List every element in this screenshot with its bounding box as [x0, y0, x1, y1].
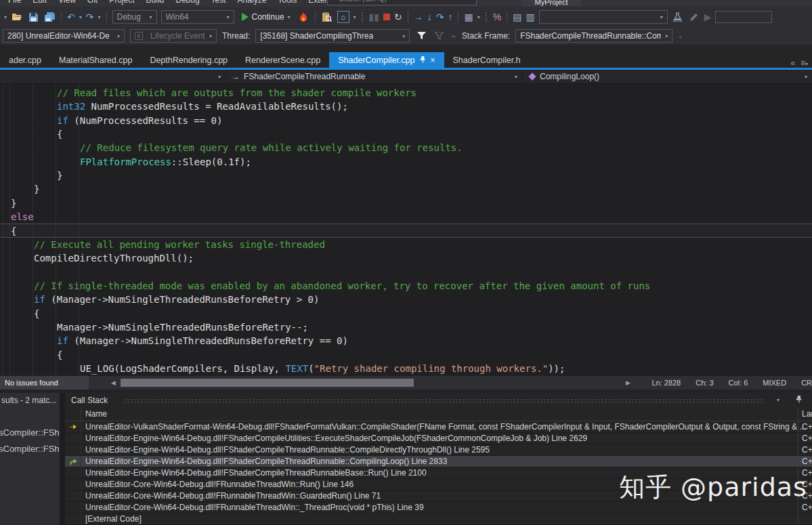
- undo-caret[interactable]: ▾: [79, 14, 82, 20]
- continue-button[interactable]: Continue▾: [238, 12, 293, 22]
- code-line-1[interactable]: // Read files which are outputs from the…: [0, 86, 812, 100]
- call-stack-titlebar[interactable]: Call Stack ▾: [65, 393, 812, 408]
- breakpoints-caret[interactable]: ▾: [477, 14, 480, 20]
- memory-window-icon[interactable]: ▥: [526, 12, 534, 22]
- step-into-icon[interactable]: ↓: [427, 12, 432, 22]
- menu-item-tools[interactable]: Tools: [278, 0, 297, 6]
- show-next-statement-icon[interactable]: →: [414, 12, 423, 22]
- code-line-21[interactable]: UE_LOG(LogShaderCompilers, Display, TEXT…: [0, 362, 812, 375]
- code-line-11[interactable]: {: [0, 224, 812, 237]
- parallel-stacks-icon[interactable]: %: [493, 12, 501, 22]
- call-stack-row-3[interactable]: UnrealEditor-Engine-Win64-Debug.dll!FSha…: [65, 444, 812, 456]
- code-line-16[interactable]: if (Manager->NumSingleThreadedRunsBefore…: [0, 293, 812, 306]
- code-line-19[interactable]: if (Manager->NumSingleThreadedRunsBefore…: [0, 334, 812, 348]
- code-line-5[interactable]: // Reduce filesystem query rate while ac…: [0, 141, 812, 154]
- process-dropdown[interactable]: 280] UnrealEditor-Win64-De▾: [3, 29, 125, 43]
- hscroll-left-arrow[interactable]: ◀: [108, 379, 118, 386]
- tab-shadercompiler.h[interactable]: ShaderCompiler.h: [444, 52, 530, 68]
- open-folder-icon[interactable]: [11, 11, 23, 23]
- code-editor[interactable]: // Read files which are outputs from the…: [0, 84, 812, 376]
- language-column-header[interactable]: Lan: [798, 408, 812, 421]
- code-line-7[interactable]: }: [0, 169, 812, 182]
- code-line-12[interactable]: // Execute all pending worker tasks sing…: [0, 238, 812, 251]
- result-item-1[interactable]: sCompiler::FSh: [0, 425, 60, 441]
- undo-icon[interactable]: ↶: [67, 12, 75, 22]
- step-over-icon[interactable]: ↷: [436, 12, 444, 22]
- result-item-2[interactable]: sCompiler::FSh: [0, 441, 60, 457]
- name-column-header[interactable]: Name: [81, 408, 107, 421]
- call-stack-row-9[interactable]: [External Code]: [65, 513, 812, 525]
- toolbar-search-combo[interactable]: ▾: [539, 10, 668, 24]
- menu-item-project[interactable]: Project: [109, 0, 134, 6]
- toolbar-overflow-caret[interactable]: ▾: [4, 14, 7, 20]
- code-line-8[interactable]: }: [0, 182, 812, 196]
- platform-dropdown[interactable]: Win64▾: [161, 10, 234, 24]
- tab-rendererscene.cpp[interactable]: RendererScene.cpp: [236, 52, 329, 68]
- stop-icon[interactable]: [383, 14, 390, 20]
- redo-caret[interactable]: ▾: [98, 14, 101, 20]
- immediate-window-icon[interactable]: ▤: [513, 12, 521, 22]
- horizontal-scrollbar[interactable]: [118, 376, 624, 390]
- code-line-4[interactable]: {: [0, 127, 812, 141]
- nav-type-dropdown[interactable]: → FShaderCompileThreadRunnable ▾: [226, 70, 522, 83]
- menu-item-analyze[interactable]: Analyze: [238, 0, 267, 6]
- home-frame-icon[interactable]: ⌂: [337, 11, 349, 23]
- menu-item-git[interactable]: Git: [87, 0, 98, 6]
- vertical-splitter[interactable]: [60, 393, 65, 525]
- nav-project-dropdown[interactable]: ▾: [0, 70, 226, 83]
- active-files-dropdown-icon[interactable]: ≡▾: [800, 58, 808, 68]
- save-icon[interactable]: [27, 11, 39, 23]
- test-flask-icon[interactable]: [672, 11, 684, 23]
- tab-shadercompiler.cpp[interactable]: ShaderCompiler.cpp×: [329, 52, 444, 68]
- code-line-2[interactable]: int32 NumProcessedResults = ReadAvailabl…: [0, 100, 812, 113]
- code-line-17[interactable]: {: [0, 307, 812, 320]
- code-line-20[interactable]: {: [0, 348, 812, 362]
- code-line-6[interactable]: FPlatformProcess::Sleep(0.1f);: [0, 155, 812, 169]
- menu-item-debug[interactable]: Debug: [175, 0, 199, 6]
- project-name-button[interactable]: MyProject: [521, 0, 581, 6]
- hscroll-thumb[interactable]: [121, 379, 414, 387]
- filter-threads-icon[interactable]: [415, 30, 427, 42]
- menu-item-build[interactable]: Build: [146, 0, 165, 6]
- step-out-icon[interactable]: ↑: [448, 12, 452, 22]
- code-line-15[interactable]: // If single-threaded mode was enabled b…: [0, 279, 812, 293]
- thread-dropdown[interactable]: [35168] ShaderCompilingThrea▾: [255, 29, 410, 43]
- home-frame-caret[interactable]: ▾: [354, 14, 356, 20]
- stack-frame-dropdown[interactable]: FShaderCompileThreadRunnable::Com▾: [515, 29, 672, 43]
- code-line-14[interactable]: [0, 265, 812, 278]
- hot-reload-icon[interactable]: [297, 11, 309, 23]
- toolbar-right-box[interactable]: [715, 11, 772, 23]
- lifecycle-events-dropdown[interactable]: € Lifecycle Events▾: [130, 29, 217, 43]
- tab-materialshared.cpp[interactable]: MaterialShared.cpp: [50, 52, 141, 68]
- code-line-9[interactable]: }: [0, 196, 812, 210]
- menu-item-edit[interactable]: Edit: [33, 0, 47, 6]
- toolbar-grip-caret[interactable]: ⌄: [678, 33, 683, 39]
- menu-item-file[interactable]: File: [8, 0, 21, 6]
- call-stack-row-4[interactable]: UnrealEditor-Engine-Win64-Debug.dll!FSha…: [65, 456, 812, 467]
- code-line-13[interactable]: CompileDirectlyThroughDll();: [0, 251, 812, 265]
- menu-item-test[interactable]: Test: [211, 0, 226, 6]
- window-position-caret[interactable]: ▾: [777, 397, 779, 403]
- call-stack-row-2[interactable]: UnrealEditor-Engine-Win64-Debug.dll!FSha…: [65, 433, 812, 444]
- tab-close-icon[interactable]: ×: [431, 56, 435, 65]
- restart-icon[interactable]: ↻: [394, 12, 402, 22]
- pin-icon[interactable]: [796, 395, 803, 405]
- code-line-10[interactable]: else: [0, 210, 812, 224]
- save-all-icon[interactable]: [43, 11, 56, 23]
- call-stack-row-1[interactable]: UnrealEditor-VulkanShaderFormat-Win64-De…: [65, 421, 812, 433]
- tab-depthrendering.cpp[interactable]: DepthRendering.cpp: [141, 52, 236, 68]
- nav-member-dropdown[interactable]: CompilingLoop() ▾: [523, 70, 812, 83]
- hscroll-right-arrow[interactable]: ▶: [624, 379, 633, 386]
- clipboard-search-icon[interactable]: [321, 11, 333, 23]
- search-box[interactable]: ⌕ Search (Ctrl+Q): [327, 0, 477, 5]
- tab-ader.cpp[interactable]: ader.cpp: [0, 52, 50, 68]
- code-line-18[interactable]: Manager->NumSingleThreadedRunsBeforeRetr…: [0, 320, 812, 334]
- breakpoints-window-icon[interactable]: ▦: [464, 12, 473, 22]
- tab-pin-icon[interactable]: [420, 56, 426, 65]
- menu-item-view[interactable]: View: [58, 0, 76, 6]
- redo-icon[interactable]: ↷: [86, 12, 94, 22]
- scroll-tabs-icon[interactable]: «: [790, 58, 795, 68]
- solution-config-dropdown[interactable]: Debug▾: [112, 10, 157, 24]
- code-segment: (Manager->NumSingleThreadedRunsBeforeRet…: [68, 335, 348, 346]
- code-line-3[interactable]: if (NumProcessedResults == 0): [0, 114, 812, 127]
